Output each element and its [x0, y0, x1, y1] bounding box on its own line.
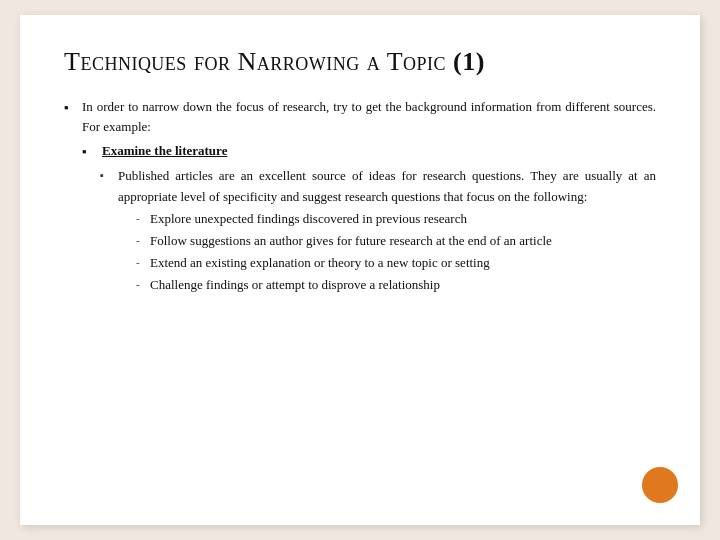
list-item: ▪ Published articles are an excellent so… [100, 166, 656, 206]
bullet3-text: Published articles are an excellent sour… [118, 166, 656, 206]
bullet-marker-l4-1: - [136, 210, 150, 227]
list-item: - Extend an existing explanation or theo… [136, 253, 656, 273]
list-item: ▪ In order to narrow down the focus of r… [64, 97, 656, 137]
title-text: Techniques for Narrowing a Topic [64, 47, 446, 76]
bullet-marker-l4-3: - [136, 254, 150, 271]
title-number: (1) [453, 47, 485, 76]
sub-bullet-4: Challenge findings or attempt to disprov… [150, 275, 656, 295]
bullet-marker-l3: ▪ [100, 167, 118, 184]
bullet-marker-l1: ▪ [64, 98, 82, 118]
slide-content: ▪ In order to narrow down the focus of r… [64, 97, 656, 295]
slide-title: Techniques for Narrowing a Topic (1) [64, 47, 656, 77]
bullet1-text: In order to narrow down the focus of res… [82, 97, 656, 137]
list-item: - Explore unexpected findings discovered… [136, 209, 656, 229]
examine-literature-label: Examine the literature [102, 141, 656, 161]
list-item: - Challenge findings or attempt to dispr… [136, 275, 656, 295]
bullet-marker-l4-2: - [136, 232, 150, 249]
list-item: - Follow suggestions an author gives for… [136, 231, 656, 251]
bullet-marker-l2: ▪ [82, 142, 102, 162]
list-item: ▪ Examine the literature [82, 141, 656, 162]
sub-bullet-3: Extend an existing explanation or theory… [150, 253, 656, 273]
sub-bullet-1: Explore unexpected findings discovered i… [150, 209, 656, 229]
orange-circle-decoration [642, 467, 678, 503]
slide: Techniques for Narrowing a Topic (1) ▪ I… [20, 15, 700, 525]
sub-bullet-2: Follow suggestions an author gives for f… [150, 231, 656, 251]
bullet-marker-l4-4: - [136, 276, 150, 293]
